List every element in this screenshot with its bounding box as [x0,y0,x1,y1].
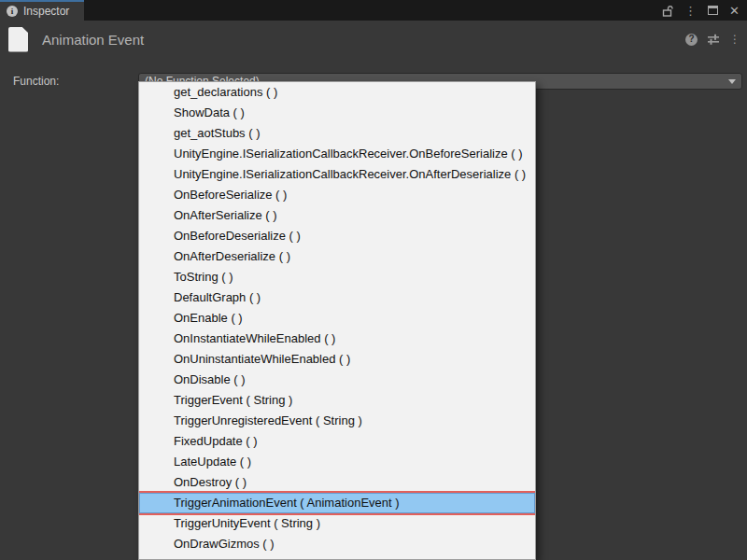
function-option-highlighted[interactable]: TriggerAnimationEvent ( AnimationEvent ) [139,493,535,513]
page-title: Animation Event [42,32,144,48]
info-icon: i [7,6,18,17]
function-option[interactable]: get_declarations ( ) [139,82,535,103]
function-option[interactable]: OnDrawGizmos ( ) [139,534,535,554]
function-option[interactable]: OnUninstantiateWhileEnabled ( ) [139,349,535,370]
function-option[interactable]: FixedUpdate ( ) [139,431,535,452]
function-option[interactable]: OnBeforeDeserialize ( ) [139,226,535,246]
window-titlebar: i Inspector ⋮ ✕ [0,0,747,21]
header-icons: ? ⋮ [685,34,747,46]
tab-inspector-label: Inspector [23,5,69,18]
function-option[interactable]: OnInstantiateWhileEnabled ( ) [139,329,535,349]
function-option[interactable]: LateUpdate ( ) [139,452,535,472]
function-option[interactable]: DefaultGraph ( ) [139,287,535,308]
function-option[interactable]: ToString ( ) [139,267,535,287]
inspector-header: Animation Event ? ⋮ [0,21,747,58]
function-option[interactable]: TriggerUnregisteredEvent ( String ) [139,411,535,431]
function-label: Function: [13,73,59,90]
header-more-kebab-icon[interactable]: ⋮ [729,34,740,45]
function-option[interactable]: OnDestroy ( ) [139,472,535,493]
function-option[interactable]: ShowData ( ) [139,103,535,123]
function-option[interactable]: OnAfterSerialize ( ) [139,205,535,226]
function-option[interactable]: UnityEngine.ISerializationCallbackReceiv… [139,144,535,164]
titlebar-menu-kebab-icon[interactable]: ⋮ [684,5,697,17]
titlebar-icons: ⋮ ✕ [662,0,747,21]
function-option[interactable]: TriggerEvent ( String ) [139,390,535,411]
help-icon[interactable]: ? [685,34,698,46]
unlock-icon[interactable] [662,5,673,17]
chevron-down-icon [728,79,736,84]
function-option[interactable]: OnDisable ( ) [139,370,535,390]
tab-inspector[interactable]: i Inspector [0,0,84,21]
presets-icon[interactable] [707,34,720,45]
close-icon[interactable]: ✕ [729,5,740,17]
document-icon [8,27,28,52]
function-option[interactable]: OnBeforeSerialize ( ) [139,185,535,205]
function-option[interactable]: UnityEngine.ISerializationCallbackReceiv… [139,164,535,185]
function-option[interactable]: TriggerUnityEvent ( String ) [139,513,535,534]
function-option[interactable]: get_aotStubs ( ) [139,123,535,144]
maximize-icon[interactable] [708,6,718,15]
function-option[interactable]: OnEnable ( ) [139,308,535,329]
function-dropdown-list: get_declarations ( )ShowData ( )get_aotS… [138,81,536,560]
function-option[interactable]: OnAfterDeserialize ( ) [139,246,535,267]
